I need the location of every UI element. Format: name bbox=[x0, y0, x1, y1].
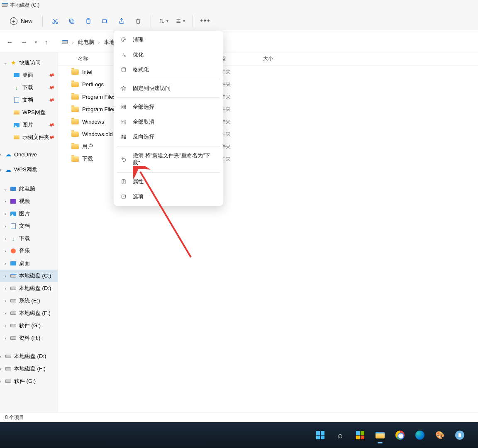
menu-item[interactable]: 属性 bbox=[114, 174, 223, 189]
chevron-right-icon: › bbox=[3, 336, 7, 341]
menu-item[interactable]: 固定到快速访问 bbox=[114, 81, 223, 96]
new-button[interactable]: + New bbox=[5, 15, 37, 27]
rename-button[interactable] bbox=[98, 14, 112, 29]
wps-label: WPS网盘 bbox=[14, 166, 37, 173]
view-button[interactable]: ▾ bbox=[173, 14, 188, 29]
taskbar-paint[interactable]: 🎨 bbox=[434, 429, 446, 441]
wrench-icon bbox=[120, 51, 127, 58]
separator bbox=[42, 15, 43, 27]
item-icon bbox=[10, 310, 17, 317]
taskbar-explorer[interactable] bbox=[374, 429, 386, 441]
quick-access-label: 快速访问 bbox=[19, 59, 41, 66]
sidebar-item[interactable]: ›↓下载 bbox=[0, 232, 58, 245]
sidebar-item[interactable]: ›视频 bbox=[0, 195, 58, 207]
chevron-right-icon: › bbox=[3, 311, 7, 316]
separator bbox=[151, 15, 151, 27]
sidebar-item[interactable]: ›音乐 bbox=[0, 245, 58, 257]
sidebar-wps[interactable]: › ☁ WPS网盘 bbox=[0, 163, 58, 176]
sidebar-quick-access[interactable]: ⌄ ★ 快速访问 bbox=[0, 56, 58, 69]
menu-item[interactable]: 选项 bbox=[114, 189, 223, 204]
forward-button[interactable]: → bbox=[21, 39, 27, 46]
column-size[interactable]: 大小 bbox=[263, 55, 305, 62]
item-label: 下载 bbox=[19, 235, 30, 242]
item-icon bbox=[10, 248, 17, 254]
cut-button[interactable] bbox=[48, 14, 63, 29]
sidebar-item[interactable]: ↓下载📌 bbox=[0, 81, 58, 94]
taskbar-start[interactable] bbox=[315, 429, 326, 441]
menu-item[interactable]: 撤消 将"新建文件夹"重命名为"下载" bbox=[114, 148, 223, 170]
back-button[interactable]: ← bbox=[7, 39, 13, 46]
copy-button[interactable] bbox=[64, 14, 79, 29]
menu-item[interactable]: 清理 bbox=[114, 32, 223, 47]
chevron-right-icon: › bbox=[72, 40, 74, 45]
sidebar-item[interactable]: ›文档 bbox=[0, 220, 58, 232]
svg-rect-16 bbox=[122, 135, 123, 136]
sidebar-item[interactable]: WPS网盘 bbox=[0, 106, 58, 119]
svg-rect-18 bbox=[122, 137, 123, 139]
delete-button[interactable] bbox=[131, 14, 146, 29]
sidebar-item[interactable]: ›资料 (H:) bbox=[0, 332, 58, 344]
taskbar-chrome[interactable] bbox=[394, 429, 406, 441]
sidebar-item[interactable]: 桌面📌 bbox=[0, 69, 58, 81]
item-icon bbox=[10, 273, 17, 279]
menu-item-label: 清理 bbox=[133, 36, 144, 44]
sidebar-item[interactable]: ›本地磁盘 (D:) bbox=[0, 350, 58, 363]
menu-item[interactable]: 反向选择 bbox=[114, 129, 223, 144]
sidebar-item[interactable]: ›图片 bbox=[0, 207, 58, 220]
up-button[interactable]: ↑ bbox=[44, 39, 48, 46]
recent-dropdown[interactable]: ▾ bbox=[35, 40, 37, 44]
taskbar-edge[interactable] bbox=[414, 429, 426, 441]
sidebar-item[interactable]: ›软件 (G:) bbox=[0, 319, 58, 332]
folder-icon bbox=[71, 144, 79, 149]
taskbar-manager[interactable] bbox=[454, 429, 466, 441]
folder-icon bbox=[71, 131, 79, 137]
chevron-right-icon: › bbox=[3, 286, 7, 291]
sidebar-item[interactable]: 示例文件夹📌 bbox=[0, 131, 58, 144]
svg-rect-8 bbox=[122, 105, 123, 107]
menu-item[interactable]: 优化 bbox=[114, 47, 223, 62]
sidebar-onedrive[interactable]: › ☁ OneDrive bbox=[0, 149, 58, 160]
sidebar-item[interactable]: 文档📌 bbox=[0, 94, 58, 106]
sidebar-item[interactable]: ›本地磁盘 (F:) bbox=[0, 363, 58, 375]
menu-item[interactable]: 格式化 bbox=[114, 62, 223, 77]
sidebar-item[interactable]: 图片📌 bbox=[0, 119, 58, 131]
menu-item-label: 全部取消 bbox=[133, 118, 154, 126]
breadcrumb-item[interactable]: 此电脑 bbox=[78, 39, 94, 46]
more-button[interactable]: ••• bbox=[198, 14, 213, 29]
paste-button[interactable] bbox=[81, 14, 96, 29]
sidebar-item[interactable]: ›桌面 bbox=[0, 257, 58, 270]
sidebar-this-pc[interactable]: ⌄ 此电脑 bbox=[0, 183, 58, 195]
item-label: 文档 bbox=[22, 96, 33, 104]
sidebar-item[interactable]: ›本地磁盘 (F:) bbox=[0, 307, 58, 319]
menu-item[interactable]: 全部选择 bbox=[114, 100, 223, 114]
item-label: 视频 bbox=[19, 197, 30, 205]
chevron-right-icon: › bbox=[3, 249, 7, 253]
item-icon bbox=[10, 297, 17, 304]
menu-separator bbox=[117, 79, 220, 79]
widgets-icon bbox=[356, 431, 364, 439]
file-name: 用户 bbox=[82, 143, 93, 150]
sidebar-item[interactable]: ›本地磁盘 (C:) bbox=[0, 270, 58, 282]
menu-item[interactable]: 全部取消 bbox=[114, 114, 223, 129]
paint-icon: 🎨 bbox=[435, 431, 444, 440]
item-icon bbox=[10, 335, 17, 341]
menu-item-label: 属性 bbox=[133, 178, 144, 185]
sidebar-item[interactable]: ›本地磁盘 (D:) bbox=[0, 282, 58, 295]
folder-icon bbox=[71, 94, 79, 100]
sort-button[interactable]: ▾ bbox=[156, 14, 171, 29]
sidebar-item[interactable]: ›软件 (G:) bbox=[0, 375, 58, 387]
folder-icon bbox=[71, 82, 79, 87]
item-label: 本地磁盘 (F:) bbox=[19, 309, 51, 317]
menu-item-label: 撤消 将"新建文件夹"重命名为"下载" bbox=[133, 152, 217, 167]
taskbar-widgets[interactable] bbox=[354, 429, 366, 441]
folder-icon bbox=[71, 119, 79, 124]
menu-item-label: 格式化 bbox=[133, 66, 149, 73]
status-bar: 8 个项目 bbox=[0, 412, 478, 422]
chevron-right-icon: › bbox=[0, 379, 2, 384]
new-label: New bbox=[21, 18, 32, 24]
edge-icon bbox=[415, 431, 424, 440]
sidebar-item[interactable]: ›系统 (E:) bbox=[0, 295, 58, 307]
share-button[interactable] bbox=[114, 14, 129, 29]
item-icon bbox=[13, 109, 20, 116]
taskbar-search[interactable]: ⌕ bbox=[334, 429, 346, 441]
